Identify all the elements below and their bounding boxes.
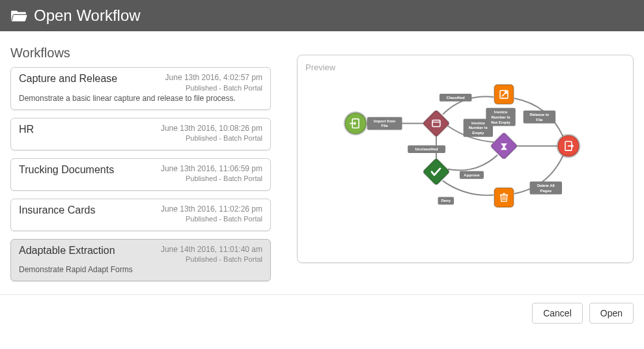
workflow-item[interactable]: Capture and ReleaseJune 13th 2016, 4:02:…: [10, 67, 271, 110]
workflow-description: Demonstrate a basic linear capture and r…: [19, 94, 262, 103]
workflow-name: Adaptable Extraction: [19, 245, 115, 257]
workflow-list: Capture and ReleaseJune 13th 2016, 4:02:…: [10, 67, 271, 281]
dialog-title: Open Workflow: [34, 7, 141, 25]
folder-open-icon: [10, 8, 27, 23]
workflow-meta: June 13th 2016, 11:02:26 pmPublished - B…: [161, 204, 262, 224]
workflow-name: Trucking Documents: [19, 164, 114, 176]
workflow-name: Insurance Cards: [19, 204, 95, 216]
workflow-status: Published - Batch Portal: [165, 83, 262, 92]
svg-text:File: File: [536, 118, 543, 122]
diagram-node-export: [494, 85, 514, 104]
workflow-description: Demonstrate Rapid Adapt Forms: [19, 265, 262, 274]
workflow-item[interactable]: HRJune 13th 2016, 10:08:26 pmPublished -…: [10, 118, 271, 150]
svg-text:Not Empty: Not Empty: [491, 120, 511, 124]
svg-text:Invoice: Invoice: [494, 110, 508, 114]
svg-text:Classified: Classified: [447, 96, 465, 100]
dialog-header: Open Workflow: [0, 0, 644, 31]
open-button[interactable]: Open: [589, 303, 634, 324]
diagram-node-release: [557, 135, 580, 157]
workflow-timestamp: June 13th 2016, 11:06:59 pm: [161, 164, 262, 174]
preview-panel: Preview Import fromFileClassifiedUnclass…: [297, 42, 634, 289]
workflow-timestamp: June 13th 2016, 11:02:26 pm: [161, 204, 262, 215]
dialog-footer: Cancel Open: [0, 294, 644, 331]
svg-text:Invoice: Invoice: [471, 121, 485, 125]
workflow-name: Capture and Release: [19, 73, 117, 85]
svg-text:File: File: [382, 124, 389, 128]
workflow-meta: June 13th 2016, 4:02:57 pmPublished - Ba…: [165, 73, 262, 92]
svg-text:Deny: Deny: [441, 199, 451, 202]
workflow-status: Published - Batch Portal: [161, 255, 262, 264]
workflow-timestamp: June 13th 2016, 10:08:26 pm: [161, 124, 262, 134]
workflow-item[interactable]: Adaptable ExtractionJune 14th 2016, 11:0…: [10, 239, 271, 282]
svg-text:Import from: Import from: [374, 119, 395, 123]
svg-text:Empty: Empty: [472, 131, 484, 135]
workflow-status: Published - Batch Portal: [161, 174, 262, 183]
workflow-name: HR: [19, 124, 34, 135]
diagram-node-validate: [423, 158, 450, 186]
svg-text:Unclassified: Unclassified: [415, 147, 438, 151]
dialog-body: Workflows Capture and ReleaseJune 13th 2…: [0, 31, 644, 294]
workflow-meta: June 13th 2016, 10:08:26 pmPublished - B…: [161, 124, 262, 143]
workflow-meta: June 13th 2016, 11:06:59 pmPublished - B…: [161, 164, 262, 184]
workflows-heading: Workflows: [10, 46, 271, 61]
svg-text:Pages: Pages: [540, 189, 552, 193]
workflow-item[interactable]: Insurance CardsJune 13th 2016, 11:02:26 …: [10, 199, 271, 231]
svg-text:Number Is: Number Is: [469, 126, 488, 130]
workflow-timestamp: June 13th 2016, 4:02:57 pm: [165, 73, 262, 83]
cancel-button[interactable]: Cancel: [532, 303, 583, 324]
workflow-meta: June 14th 2016, 11:01:40 amPublished - B…: [161, 245, 262, 264]
workflow-diagram: Import fromFileClassifiedUnclassifiedInv…: [298, 55, 633, 262]
svg-text:Release to: Release to: [530, 113, 550, 117]
svg-text:Number Is: Number Is: [491, 115, 511, 119]
workflow-item[interactable]: Trucking DocumentsJune 13th 2016, 11:06:…: [10, 158, 271, 191]
svg-rect-29: [423, 110, 450, 137]
diagram-node-review: [490, 132, 518, 160]
svg-text:Approve: Approve: [464, 173, 480, 177]
svg-text:Delete All: Delete All: [537, 184, 555, 188]
preview-box: Preview Import fromFileClassifiedUnclass…: [297, 55, 634, 263]
diagram-node-import: [344, 113, 367, 135]
workflow-status: Published - Batch Portal: [161, 133, 262, 143]
diagram-node-trash: [494, 188, 514, 208]
diagram-node-classify: [423, 110, 450, 137]
workflow-status: Published - Batch Portal: [161, 214, 262, 223]
workflow-list-panel: Workflows Capture and ReleaseJune 13th 2…: [10, 42, 271, 289]
workflow-timestamp: June 14th 2016, 11:01:40 am: [161, 245, 262, 255]
